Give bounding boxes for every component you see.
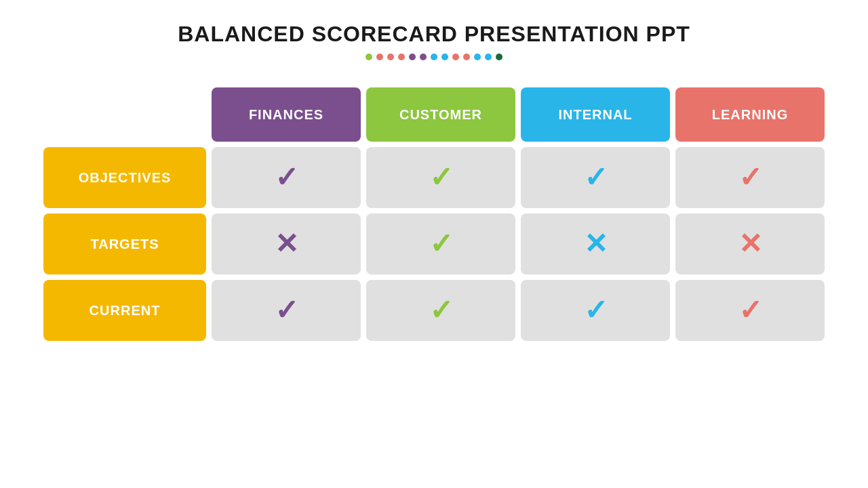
cross-icon: ✕ xyxy=(275,230,298,258)
cell-targets-customer: ✓ xyxy=(366,214,515,274)
check-icon: ✓ xyxy=(738,296,762,325)
check-icon: ✓ xyxy=(584,296,608,325)
dot-11 xyxy=(485,54,492,60)
cell-current-customer: ✓ xyxy=(366,280,515,341)
row-label-current: CURRENT xyxy=(43,280,206,341)
check-icon: ✓ xyxy=(275,163,298,192)
dot-5 xyxy=(420,54,427,60)
check-icon: ✓ xyxy=(429,230,453,258)
dot-7 xyxy=(441,54,448,60)
cell-objectives-customer: ✓ xyxy=(366,147,515,208)
cell-objectives-finances: ✓ xyxy=(212,147,361,208)
check-icon: ✓ xyxy=(584,163,608,192)
title-area: BALANCED SCORECARD PRESENTATION PPT xyxy=(178,22,690,60)
main-title: BALANCED SCORECARD PRESENTATION PPT xyxy=(178,22,690,47)
header-finances: FINANCES xyxy=(212,87,361,142)
header-empty xyxy=(43,87,206,142)
cell-targets-internal: ✕ xyxy=(521,214,670,274)
cross-icon: ✕ xyxy=(584,230,608,258)
cell-objectives-internal: ✓ xyxy=(521,147,670,208)
header-internal: INTERNAL xyxy=(521,87,670,142)
dot-12 xyxy=(496,54,502,60)
cell-targets-finances: ✕ xyxy=(212,214,361,274)
dot-3 xyxy=(398,54,405,60)
cell-objectives-learning: ✓ xyxy=(675,147,825,208)
row-label-objectives: OBJECTIVES xyxy=(43,147,206,208)
dot-9 xyxy=(463,54,470,60)
check-icon: ✓ xyxy=(429,296,453,325)
cell-targets-learning: ✕ xyxy=(675,214,825,274)
cell-current-finances: ✓ xyxy=(212,280,361,341)
dot-1 xyxy=(376,54,383,60)
dot-6 xyxy=(431,54,437,60)
cross-icon: ✕ xyxy=(738,230,762,258)
check-icon: ✓ xyxy=(429,163,453,192)
dots-row xyxy=(178,54,690,60)
header-learning: LEARNING xyxy=(675,87,825,142)
row-label-targets: TARGETS xyxy=(43,214,206,274)
dot-4 xyxy=(409,54,416,60)
check-icon: ✓ xyxy=(275,296,298,325)
cell-current-learning: ✓ xyxy=(675,280,825,341)
dot-0 xyxy=(366,54,372,60)
header-customer: CUSTOMER xyxy=(366,87,515,142)
check-icon: ✓ xyxy=(738,163,762,192)
cell-current-internal: ✓ xyxy=(521,280,670,341)
dot-10 xyxy=(474,54,481,60)
dot-8 xyxy=(452,54,459,60)
scorecard-grid: FINANCES CUSTOMER INTERNAL LEARNING OBJE… xyxy=(30,87,838,341)
dot-2 xyxy=(387,54,394,60)
